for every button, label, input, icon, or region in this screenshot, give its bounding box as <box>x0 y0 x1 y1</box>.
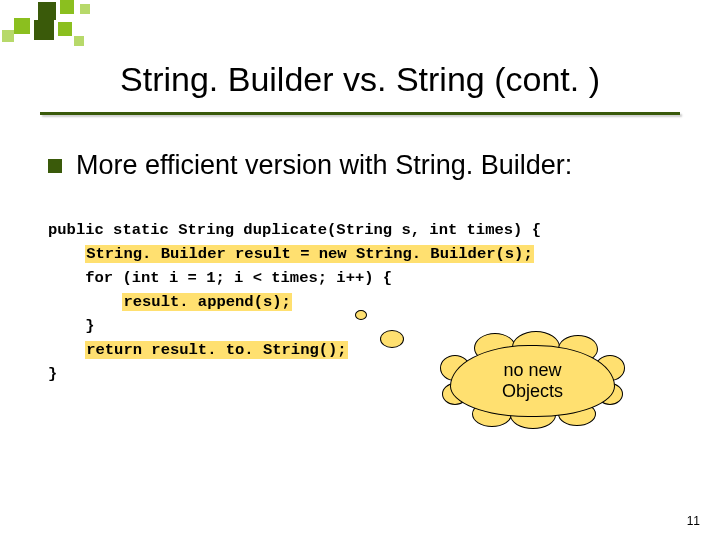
code-line-5: } <box>85 317 94 335</box>
code-line-6: return result. to. String(); <box>85 341 347 359</box>
code-line-1: public static String duplicate(String s,… <box>48 221 541 239</box>
page-number: 11 <box>687 514 700 528</box>
code-line-4: result. append(s); <box>122 293 291 311</box>
callout-text: no newObjects <box>450 345 615 417</box>
code-line-2: String. Builder result = new String. Bui… <box>85 245 533 263</box>
title-underline <box>40 112 680 115</box>
code-line-3: for (int i = 1; i < times; i++) { <box>85 269 392 287</box>
bullet-point: More efficient version with String. Buil… <box>48 150 572 181</box>
callout-cloud: no newObjects <box>450 345 615 417</box>
thought-bubble-medium-icon <box>380 330 404 348</box>
code-line-7: } <box>48 365 57 383</box>
corner-decoration <box>0 0 140 48</box>
bullet-square-icon <box>48 159 62 173</box>
thought-bubble-small-icon <box>355 310 367 320</box>
bullet-text: More efficient version with String. Buil… <box>76 150 572 181</box>
slide-title: String. Builder vs. String (cont. ) <box>0 60 720 99</box>
